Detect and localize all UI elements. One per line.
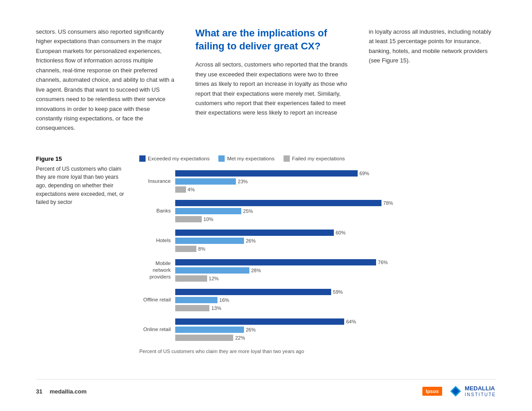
exceeded-bar-label: 60%	[336, 230, 346, 235]
exceeded-bar-row: 69%	[175, 170, 496, 177]
top-section: sectors. US consumers also reported sign…	[36, 27, 496, 133]
met-bar-label: 25%	[243, 208, 253, 214]
page-footer: 31 medallia.com Ipsos MEDALLIA INSTITUTE	[36, 385, 496, 398]
failed-bar-row: 4%	[175, 186, 496, 193]
section-heading: What are the implications of failing to …	[195, 27, 351, 53]
failed-bar	[175, 335, 233, 341]
exceeded-bar-label: 69%	[359, 171, 369, 176]
exceeded-swatch	[139, 155, 146, 162]
met-bar-label: 26%	[246, 327, 256, 332]
exceeded-bar-label: 64%	[346, 319, 356, 324]
bars-container: 60%26%8%	[175, 229, 496, 252]
failed-bar-label: 4%	[188, 187, 195, 192]
footer-left: 31 medallia.com	[36, 388, 87, 395]
chart-group-spacer	[139, 195, 496, 199]
met-bar-label: 23%	[238, 179, 248, 184]
met-bar-row: 26%	[175, 237, 496, 244]
legend-failed-label: Failed my expectations	[292, 156, 345, 161]
met-bar	[175, 297, 217, 303]
chart-group: Mobile network providers76%28%12%	[139, 259, 496, 282]
medallia-diamond-icon	[449, 385, 462, 398]
footer-logos: Ipsos MEDALLIA INSTITUTE	[422, 385, 496, 398]
chart-group: Online retail64%26%22%	[139, 318, 496, 341]
met-bar-row: 25%	[175, 208, 496, 215]
failed-bar-label: 13%	[211, 305, 221, 311]
sector-label: Mobile network providers	[139, 260, 175, 280]
legend-failed: Failed my expectations	[284, 155, 345, 162]
chart-group: Insurance69%23%4%	[139, 170, 496, 193]
exceeded-bar	[175, 259, 376, 265]
failed-bar	[175, 186, 186, 193]
exceeded-bar	[175, 289, 331, 295]
failed-bar-label: 22%	[235, 335, 245, 340]
met-bar-label: 26%	[246, 238, 256, 243]
left-column: sectors. US consumers also reported sign…	[36, 27, 177, 133]
exceeded-bar-row: 60%	[175, 229, 496, 236]
failed-bar	[175, 305, 209, 311]
met-bar	[175, 238, 244, 244]
chart-group: Hotels60%26%8%	[139, 229, 496, 252]
met-swatch	[218, 155, 225, 162]
right-column: in loyalty across all industries, includ…	[369, 27, 496, 133]
failed-bar-row: 8%	[175, 245, 496, 252]
sector-label: Online retail	[139, 326, 175, 333]
exceeded-bar	[175, 230, 334, 236]
failed-bar-label: 8%	[198, 246, 205, 252]
chart-column: Exceeded my expectations Met my expectat…	[139, 155, 496, 354]
failed-bar-row: 12%	[175, 275, 496, 282]
chart-rows: Insurance69%23%4%Banks78%25%10%Hotels60%…	[139, 170, 496, 343]
met-bar	[175, 267, 249, 274]
bars-container: 76%28%12%	[175, 259, 496, 282]
met-bar-label: 28%	[251, 268, 261, 273]
failed-bar-label: 12%	[209, 276, 219, 281]
medallia-sub: INSTITUTE	[465, 392, 496, 397]
chart-group-spacer	[139, 254, 496, 259]
sector-label: Offline retail	[139, 296, 175, 303]
chart-group-spacer	[139, 314, 496, 318]
page: sectors. US consumers also reported sign…	[0, 0, 532, 411]
medallia-logo: MEDALLIA INSTITUTE	[449, 385, 496, 398]
failed-bar	[175, 275, 207, 282]
sector-label: Insurance	[139, 178, 175, 185]
sector-label: Banks	[139, 208, 175, 214]
bars-container: 78%25%10%	[175, 199, 496, 223]
exceeded-bar	[175, 200, 381, 206]
right-body-text: in loyalty across all industries, includ…	[369, 27, 496, 66]
met-bar-row: 16%	[175, 296, 496, 304]
met-bar-row: 23%	[175, 178, 496, 185]
legend-met-label: Met my expectations	[227, 156, 274, 161]
sector-label: Hotels	[139, 237, 175, 244]
exceeded-bar	[175, 318, 344, 325]
exceeded-bar-row: 59%	[175, 288, 496, 296]
failed-bar	[175, 246, 196, 252]
legend-exceeded-label: Exceeded my expectations	[148, 156, 209, 161]
footer-site: medallia.com	[49, 388, 86, 395]
failed-bar-label: 10%	[204, 217, 213, 222]
left-body-text: sectors. US consumers also reported sign…	[36, 27, 177, 133]
bars-container: 69%23%4%	[175, 170, 496, 193]
chart-group-spacer	[139, 284, 496, 288]
legend-met: Met my expectations	[218, 155, 274, 162]
figure-label-column: Figure 15 Percent of US customers who cl…	[36, 155, 126, 354]
medallia-text-block: MEDALLIA INSTITUTE	[465, 385, 496, 397]
exceeded-bar-label: 78%	[383, 200, 393, 206]
figure-section: Figure 15 Percent of US customers who cl…	[36, 155, 496, 354]
exceeded-bar-row: 64%	[175, 318, 496, 325]
met-bar-row: 28%	[175, 267, 496, 274]
chart-group-spacer	[139, 225, 496, 229]
met-bar	[175, 327, 244, 333]
met-bar-row: 26%	[175, 326, 496, 333]
exceeded-bar-row: 76%	[175, 259, 496, 266]
failed-bar-row: 13%	[175, 305, 496, 312]
failed-bar-row: 22%	[175, 334, 496, 341]
failed-swatch	[284, 155, 290, 162]
figure-description: Percent of US customers who claim they a…	[36, 165, 126, 207]
exceeded-bar-label: 76%	[378, 260, 388, 265]
middle-column: What are the implications of failing to …	[195, 27, 351, 133]
exceeded-bar-label: 59%	[333, 289, 343, 295]
page-number: 31	[36, 388, 42, 395]
chart-group: Offline retail59%16%13%	[139, 288, 496, 312]
chart-legend: Exceeded my expectations Met my expectat…	[139, 155, 496, 162]
legend-exceeded: Exceeded my expectations	[139, 155, 209, 162]
bars-container: 64%26%22%	[175, 318, 496, 341]
